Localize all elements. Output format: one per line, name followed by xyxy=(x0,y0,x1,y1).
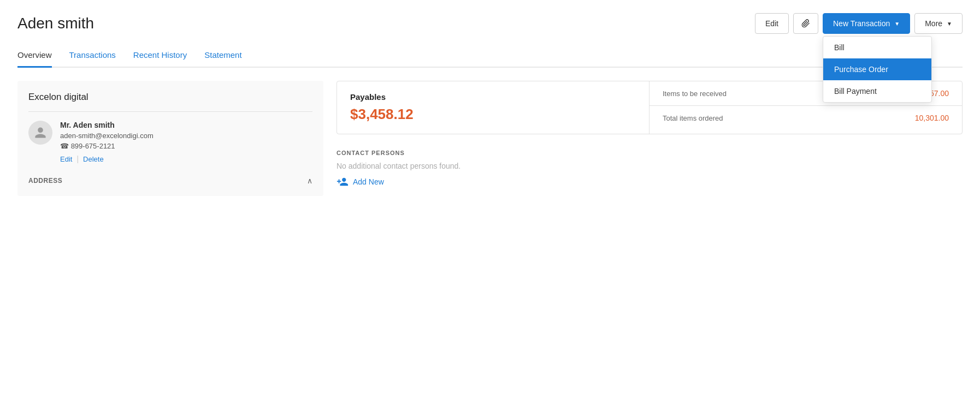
contact-phone: ☎ 899-675-2121 xyxy=(60,142,312,150)
left-panel: Excelon digital Mr. Aden smith aden-smit… xyxy=(17,81,323,196)
chevron-down-icon: ▼ xyxy=(894,21,900,27)
items-to-received-label: Items to be received xyxy=(663,90,727,98)
total-items-row: Total items ordered 10,301.00 xyxy=(650,106,962,130)
payables-amount: $3,458.12 xyxy=(350,106,636,123)
avatar xyxy=(28,121,52,145)
address-section[interactable]: ADDRESS ∧ xyxy=(28,176,312,185)
page-title: Aden smith xyxy=(17,15,94,32)
payables-label: Payables xyxy=(350,92,636,102)
header-actions: Edit New Transaction ▼ Bill Purchase Ord… xyxy=(755,13,963,34)
tab-statement[interactable]: Statement xyxy=(204,45,241,68)
dropdown-item-bill[interactable]: Bill xyxy=(823,37,931,58)
contact-persons-title: CONTACT PERSONS xyxy=(336,150,963,156)
dropdown-item-bill-payment[interactable]: Bill Payment xyxy=(823,80,931,102)
new-transaction-dropdown: New Transaction ▼ Bill Purchase Order Bi… xyxy=(823,13,910,34)
contact-edit-button[interactable]: Edit xyxy=(60,154,72,163)
contact-name: Mr. Aden smith xyxy=(60,121,312,129)
tab-overview[interactable]: Overview xyxy=(17,45,52,68)
more-chevron-icon: ▼ xyxy=(947,21,952,27)
tab-bar: Overview Transactions Recent History Sta… xyxy=(17,45,963,68)
contact-actions: Edit | Delete xyxy=(60,154,312,163)
phone-icon: ☎ xyxy=(60,142,69,150)
edit-button[interactable]: Edit xyxy=(755,13,789,34)
total-items-value: 10,301.00 xyxy=(915,114,949,122)
new-transaction-button[interactable]: New Transaction ▼ xyxy=(823,13,910,34)
total-items-label: Total items ordered xyxy=(663,114,723,122)
tab-transactions[interactable]: Transactions xyxy=(69,45,116,68)
contact-delete-button[interactable]: Delete xyxy=(83,154,104,163)
contact-row: Mr. Aden smith aden-smith@excelondigi.co… xyxy=(28,121,312,163)
add-new-button[interactable]: Add New xyxy=(336,176,384,188)
action-separator: | xyxy=(76,154,79,163)
attach-button[interactable] xyxy=(793,13,818,34)
no-contacts-text: No additional contact persons found. xyxy=(336,162,963,170)
paperclip-icon xyxy=(801,19,810,28)
payables-main: Payables $3,458.12 xyxy=(337,81,650,134)
contact-email: aden-smith@excelondigi.com xyxy=(60,132,312,140)
contact-persons-section: CONTACT PERSONS No additional contact pe… xyxy=(336,150,963,188)
main-content: Excelon digital Mr. Aden smith aden-smit… xyxy=(17,81,963,196)
company-name: Excelon digital xyxy=(28,92,312,112)
page-header: Aden smith Edit New Transaction ▼ Bill P… xyxy=(17,13,963,34)
more-button[interactable]: More ▼ xyxy=(914,13,963,34)
tab-recent-history[interactable]: Recent History xyxy=(133,45,187,68)
person-icon xyxy=(34,126,47,139)
address-chevron-icon: ∧ xyxy=(307,176,312,185)
add-person-icon xyxy=(336,176,349,188)
transaction-dropdown-menu: Bill Purchase Order Bill Payment xyxy=(823,36,932,103)
contact-info: Mr. Aden smith aden-smith@excelondigi.co… xyxy=(60,121,312,163)
dropdown-item-purchase-order[interactable]: Purchase Order xyxy=(823,58,931,80)
address-label: ADDRESS xyxy=(28,177,62,185)
